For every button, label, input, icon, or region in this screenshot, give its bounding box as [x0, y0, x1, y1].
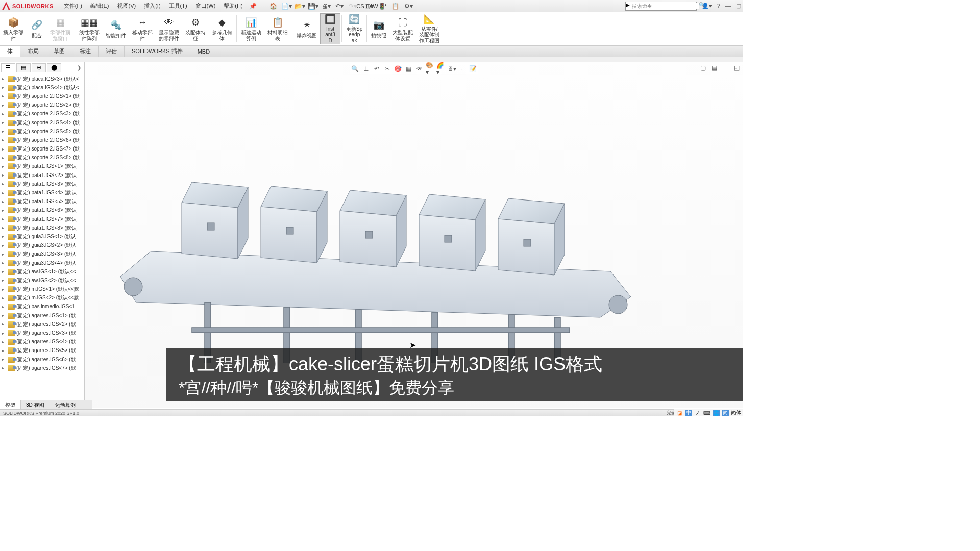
expand-icon[interactable]: ▸ [2, 217, 6, 221]
cmd-tab-2[interactable]: 草图 [46, 46, 72, 57]
user-icon[interactable]: 👤▾ [702, 3, 712, 9]
expand-icon[interactable]: ▸ [2, 156, 6, 160]
ribbon-大型装配体设置[interactable]: ⛶大型装配体设置 [389, 13, 416, 44]
expand-icon[interactable]: ▸ [2, 226, 6, 230]
search-box[interactable]: ▶ 🔍 [625, 2, 697, 11]
tree-tab-config[interactable]: ⊕ [32, 63, 46, 72]
print-icon[interactable]: 🖨▾ [320, 1, 333, 11]
expand-icon[interactable]: ▸ [2, 191, 6, 195]
vp-max-icon[interactable]: ▢ [698, 63, 707, 72]
tree-tab-display[interactable]: ⬤ [47, 63, 61, 72]
expand-icon[interactable]: ▸ [2, 331, 6, 336]
tree-item[interactable]: ▸(固定) pata1.IGS<8> (默认 [0, 223, 84, 232]
menu-file[interactable]: 文件(F) [60, 2, 86, 10]
tree-item[interactable]: ▸(固定) pata1.IGS<2> (默认 [0, 171, 84, 180]
expand-icon[interactable]: ▸ [2, 173, 6, 178]
cmd-tab-3[interactable]: 标注 [72, 46, 99, 57]
ribbon-拍快照[interactable]: 📷拍快照 [368, 13, 389, 44]
tree-item[interactable]: ▸(固定) placa.IGS<3> (默认< [0, 74, 84, 83]
expand-icon[interactable]: ▸ [2, 199, 6, 204]
tree-item[interactable]: ▸(固定) guia3.IGS<1> (默认 [0, 232, 84, 241]
section-icon[interactable]: ✂ [383, 64, 392, 73]
ime-logo-icon[interactable]: ◪ [676, 410, 683, 416]
ribbon-显示隐藏的零部件[interactable]: 👁显示隐藏的零部件 [156, 13, 182, 44]
ime-lang[interactable]: 中 [685, 410, 692, 416]
ime-simp[interactable]: 简 [722, 410, 729, 416]
new-icon[interactable]: 📄▾ [280, 1, 293, 11]
bottom-tab-model[interactable]: 模型 [0, 400, 21, 409]
ribbon-更新Speedpak[interactable]: 🔄更新Speedpak [343, 13, 365, 44]
expand-icon[interactable]: ▸ [2, 234, 6, 239]
minimize-icon[interactable]: — [725, 3, 731, 9]
menu-window[interactable]: 窗口(W) [191, 2, 220, 10]
help-icon[interactable]: ? [717, 3, 720, 9]
tree-item[interactable]: ▸(固定) soporte 2.IGS<5> (默 [0, 127, 84, 136]
tree-item[interactable]: ▸(固定) pata1.IGS<6> (默认 [0, 206, 84, 215]
prev-view-icon[interactable]: ↶ [372, 64, 381, 73]
tree-item[interactable]: ▸(固定) guia3.IGS<4> (默认 [0, 259, 84, 267]
tree-item[interactable]: ▸(固定) soporte 2.IGS<8> (默 [0, 154, 84, 162]
ribbon-插入零部件[interactable]: 📦插入零部件 [0, 13, 27, 44]
expand-icon[interactable]: ▸ [2, 357, 6, 362]
ribbon-线性零部件阵列[interactable]: ▦▦线性零部件阵列 [76, 13, 103, 44]
expand-icon[interactable]: ▸ [2, 85, 6, 90]
feature-tree[interactable]: ▸(固定) placa.IGS<3> (默认<▸(固定) placa.IGS<4… [0, 73, 84, 408]
expand-icon[interactable]: ▸ [2, 366, 6, 370]
tree-item[interactable]: ▸(固定) pata1.IGS<5> (默认 [0, 197, 84, 206]
options-icon[interactable]: 📋 [389, 1, 402, 11]
settings-icon[interactable]: ⚙▾ [402, 1, 415, 11]
hide-icon[interactable]: 👁 [415, 64, 424, 73]
tree-item[interactable]: ▸(固定) bas inmedio.IGS<1 [0, 303, 84, 311]
ime-globe-icon[interactable]: 🌐 [713, 410, 720, 416]
search-input[interactable] [630, 3, 699, 9]
ribbon-装配体特征[interactable]: ⚙装配体特征 [182, 13, 209, 44]
expand-icon[interactable]: ▸ [2, 208, 6, 213]
tree-item[interactable]: ▸(固定) aw.IGS<1> (默认<< [0, 267, 84, 276]
tree-chevron-icon[interactable]: ❯ [75, 65, 83, 70]
search-scope-icon[interactable]: ▶ [626, 2, 630, 10]
open-icon[interactable]: 📂▾ [293, 1, 307, 11]
cmd-tab-6[interactable]: MBD [190, 46, 217, 57]
annotate-icon[interactable]: 📝 [469, 64, 478, 73]
zoom-fit-icon[interactable]: 🔍 [351, 64, 360, 73]
maximize-icon[interactable]: ▢ [736, 3, 741, 9]
ribbon-智能扣件[interactable]: 🔩智能扣件 [103, 13, 129, 44]
ribbon-材料明细表[interactable]: 📋材料明细表 [264, 13, 291, 44]
tree-item[interactable]: ▸(固定) agarres.IGS<7> (默 [0, 364, 84, 372]
tree-item[interactable]: ▸(固定) pata1.IGS<4> (默认 [0, 188, 84, 197]
vp-min-icon[interactable]: — [721, 63, 730, 72]
tree-item[interactable]: ▸(固定) agarres.IGS<3> (默 [0, 329, 84, 337]
ribbon-从零件/装配体制作工程图[interactable]: 📐从零件/装配体制作工程图 [416, 13, 443, 44]
tree-item[interactable]: ▸(固定) agarres.IGS<6> (默 [0, 355, 84, 364]
expand-icon[interactable]: ▸ [2, 182, 6, 186]
ribbon-移动零部件[interactable]: ↔移动零部件 [129, 13, 156, 44]
render-icon[interactable]: 🖥▾ [447, 64, 456, 73]
ime-kbd-icon[interactable]: ⌨ [703, 410, 710, 416]
cmd-tab-4[interactable]: 评估 [99, 46, 125, 57]
orient-icon[interactable]: 🎯 [394, 64, 403, 73]
ribbon-爆炸视图[interactable]: ✴爆炸视图 [293, 13, 320, 44]
tree-item[interactable]: ▸(固定) soporte 2.IGS<4> (默 [0, 118, 84, 127]
apply-scene-icon[interactable]: 🌈▾ [436, 64, 446, 73]
expand-icon[interactable]: ▸ [2, 278, 6, 283]
expand-icon[interactable]: ▸ [2, 296, 6, 300]
menu-insert[interactable]: 插入(I) [140, 2, 164, 10]
display-icon[interactable]: ▦ [404, 64, 413, 73]
ribbon-参考几何体[interactable]: ◆参考几何体 [209, 13, 235, 44]
tree-item[interactable]: ▸(固定) pata1.IGS<3> (默认 [0, 180, 84, 188]
tree-item[interactable]: ▸(固定) soporte 2.IGS<2> (默 [0, 101, 84, 110]
expand-icon[interactable]: ▸ [2, 120, 6, 125]
tree-tab-property[interactable]: ▤ [16, 63, 31, 72]
undo-icon[interactable]: ↶▾ [333, 1, 347, 11]
expand-icon[interactable]: ▸ [2, 348, 6, 353]
tree-item[interactable]: ▸(固定) m.IGS<2> (默认<<默 [0, 294, 84, 303]
edit-scene-icon[interactable]: 🎨▾ [426, 64, 435, 73]
ribbon-Instant3D[interactable]: 🔲Instant3D [320, 13, 340, 44]
pin-icon[interactable]: 📌 [249, 3, 257, 10]
expand-icon[interactable]: ▸ [2, 138, 6, 142]
cmd-tab-1[interactable]: 布局 [20, 46, 46, 57]
expand-icon[interactable]: ▸ [2, 147, 6, 152]
tree-item[interactable]: ▸(固定) soporte 2.IGS<3> (默 [0, 110, 84, 118]
bottom-tab-motion[interactable]: 运动算例 [50, 400, 81, 409]
tree-item[interactable]: ▸(固定) guia3.IGS<2> (默认 [0, 241, 84, 250]
